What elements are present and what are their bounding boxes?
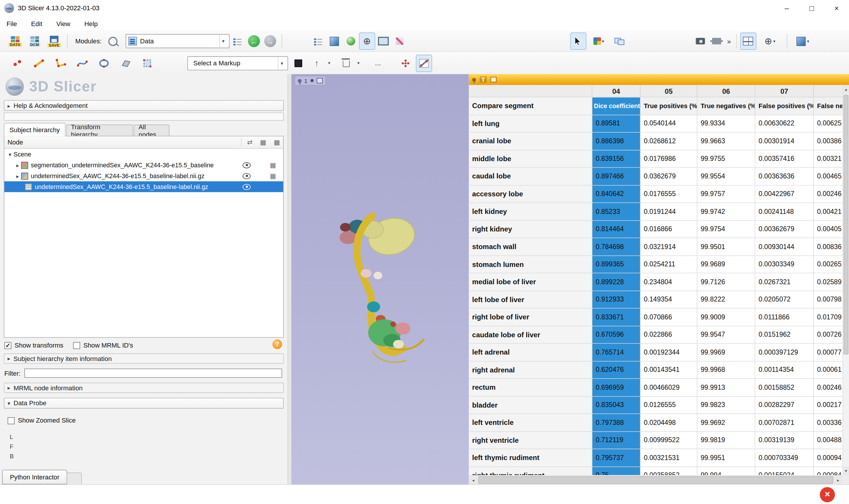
segment-name-cell[interactable]: middle lobe <box>469 150 592 168</box>
segment-name-cell[interactable]: left adrenal <box>469 344 592 361</box>
create-point-button[interactable] <box>7 54 27 72</box>
crosshair-dropdown-button[interactable]: ⊕ ▾ <box>756 33 783 50</box>
value-cell[interactable]: 0.00465 <box>814 168 843 185</box>
value-cell[interactable]: 0.89581 <box>592 115 640 132</box>
module-search-button[interactable] <box>105 33 121 50</box>
value-cell[interactable]: 0.00155024 <box>755 467 814 475</box>
menu-help[interactable]: Help <box>85 20 98 27</box>
value-cell[interactable]: 0.00999522 <box>640 432 697 449</box>
segment-name-cell[interactable]: right kidney <box>469 221 592 238</box>
collapsed-arrow-icon[interactable]: ▸ <box>16 173 19 179</box>
value-cell[interactable]: 0.00466029 <box>640 379 697 396</box>
measurement-plot-button[interactable] <box>416 54 432 72</box>
grid-column-icon[interactable]: ▦ <box>260 139 266 146</box>
tree-item-segmentation[interactable]: ▸ segmentation_undeterminedSex_AAWC_K244… <box>4 160 283 170</box>
value-cell[interactable]: 99.994 <box>697 467 756 475</box>
segment-name-cell[interactable]: stomach lumen <box>469 256 592 273</box>
visibility-eye-icon[interactable] <box>243 162 251 168</box>
close-button[interactable]: × <box>824 0 849 16</box>
segment-name-cell[interactable]: bladder <box>469 396 592 414</box>
column-number-partial[interactable] <box>814 85 843 97</box>
value-cell[interactable]: 99.9547 <box>697 326 756 344</box>
segment-name-cell[interactable]: cranial lobe <box>469 133 592 150</box>
column-number[interactable]: 04 <box>592 85 640 97</box>
create-closed-curve-button[interactable] <box>94 54 113 72</box>
segment-name-cell[interactable]: left kidney <box>469 203 592 221</box>
value-cell[interactable]: 99.9742 <box>697 203 756 221</box>
value-cell[interactable]: 99.9009 <box>697 309 756 326</box>
cube-view-button[interactable] <box>326 33 342 50</box>
value-cell[interactable]: 0.00726 <box>814 326 843 344</box>
maximize-button[interactable]: □ <box>799 0 824 16</box>
value-cell[interactable]: 0.0191244 <box>640 203 697 221</box>
value-cell[interactable]: 0.0268612 <box>640 133 697 150</box>
pin-icon[interactable] <box>472 78 476 82</box>
value-cell[interactable]: 99.9968 <box>697 361 756 379</box>
view-options-icon[interactable]: ✱ <box>310 78 314 83</box>
value-cell[interactable]: 0.00241148 <box>755 203 814 221</box>
value-cell[interactable]: 0.01709 <box>814 309 843 326</box>
help-acknowledgement-section[interactable]: ▸ Help & Acknowledgement <box>4 100 284 111</box>
value-cell[interactable]: 0.016866 <box>640 221 697 238</box>
tab-all-nodes[interactable]: All nodes <box>134 125 170 137</box>
value-cell[interactable]: 99.9951 <box>697 449 756 467</box>
create-roi-button[interactable] <box>138 54 157 72</box>
data-probe-section[interactable]: ▾ Data Probe <box>4 398 284 409</box>
segment-name-cell[interactable]: left lobe of liver <box>469 291 592 309</box>
value-cell[interactable]: 0.795737 <box>592 449 640 467</box>
grid-icon[interactable]: ▦ <box>269 172 277 180</box>
value-cell[interactable]: 0.886398 <box>592 133 640 150</box>
visibility-eye-icon[interactable] <box>243 184 251 190</box>
collapsed-arrow-icon[interactable]: ▸ <box>16 162 19 168</box>
value-cell[interactable]: 0.00246 <box>814 185 843 203</box>
true-positives-header[interactable]: True positives (%) <box>640 97 697 115</box>
screenshot-button[interactable] <box>692 33 709 50</box>
python-interactor-button[interactable]: Python Interactor <box>2 470 67 484</box>
view-controls-bar[interactable]: 1 ✱ <box>295 76 326 86</box>
value-cell[interactable]: 99.9554 <box>697 168 756 185</box>
menu-file[interactable]: File <box>6 20 17 27</box>
value-cell[interactable]: 0.00143541 <box>640 361 697 379</box>
value-cell[interactable]: 0.00798 <box>814 291 843 309</box>
scroll-left-arrow[interactable]: ◂ <box>469 475 478 484</box>
help-icon[interactable]: ? <box>272 339 282 349</box>
value-cell[interactable]: 99.9823 <box>697 396 756 414</box>
value-cell[interactable]: 0.149354 <box>640 291 697 309</box>
horizontal-scroll-thumb[interactable] <box>478 476 833 484</box>
ids-column-icon[interactable]: ▦ <box>274 139 280 146</box>
segment-name-cell[interactable]: left thymic rudiment <box>469 449 592 467</box>
place-persistent-button[interactable]: ↑ <box>309 54 325 72</box>
crosshair-toggle-button[interactable]: ⊕ <box>359 33 375 50</box>
column-number[interactable]: 05 <box>640 85 697 97</box>
value-cell[interactable]: 0.912933 <box>592 291 640 309</box>
value-cell[interactable]: 0.696959 <box>592 379 640 396</box>
toolbar-overflow-button[interactable]: » <box>727 37 731 46</box>
expanded-arrow-icon[interactable]: ▾ <box>9 151 12 157</box>
scroll-up-arrow[interactable]: ▴ <box>843 85 849 94</box>
module-selector[interactable]: Data ▾ <box>125 34 230 48</box>
scroll-down-arrow[interactable]: ▾ <box>843 467 849 475</box>
value-cell[interactable]: 0.620476 <box>592 361 640 379</box>
value-cell[interactable]: 0.00625 <box>814 115 843 132</box>
value-cell[interactable]: 0.0362679 <box>640 168 697 185</box>
value-cell[interactable]: 99.9663 <box>697 133 756 150</box>
value-cell[interactable]: 0.85233 <box>592 203 640 221</box>
node-column-header[interactable]: Node <box>7 139 23 146</box>
value-cell[interactable]: 0.0126555 <box>640 396 697 414</box>
value-cell[interactable]: 0.00336 <box>814 414 843 432</box>
value-cell[interactable]: 0.0204498 <box>640 414 697 432</box>
tab-transform-hierarchy[interactable]: Transform hierarchy <box>66 125 133 137</box>
segment-name-cell[interactable]: accessory lobe <box>469 185 592 203</box>
value-cell[interactable]: 0.0176555 <box>640 185 697 203</box>
value-cell[interactable]: 0.00192344 <box>640 344 697 361</box>
value-cell[interactable]: 0.00114354 <box>755 361 814 379</box>
value-cell[interactable]: 0.712119 <box>592 432 640 449</box>
value-cell[interactable]: 0.022866 <box>640 326 697 344</box>
visibility-eye-icon[interactable] <box>243 173 251 179</box>
segment-name-cell[interactable]: caudal lobe <box>469 168 592 185</box>
value-cell[interactable]: 0.784698 <box>592 238 640 256</box>
3d-rendering[interactable] <box>291 74 469 484</box>
module-forward-button[interactable]: → <box>262 33 278 50</box>
create-angle-button[interactable] <box>51 54 70 72</box>
value-cell[interactable]: 0.000397129 <box>755 344 814 361</box>
